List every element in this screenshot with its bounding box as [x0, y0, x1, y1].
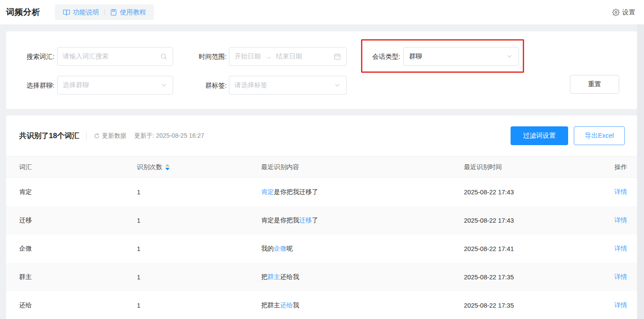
group-tag-select[interactable]: 请选择标签: [229, 76, 347, 95]
cell-word: 群主: [19, 273, 137, 281]
content-suffix: 还给我: [280, 273, 300, 281]
save-icon: [110, 9, 117, 16]
book-open-icon: [63, 9, 70, 16]
refresh-icon: [94, 133, 100, 139]
content-keyword: 企微: [274, 244, 286, 253]
cell-time: 2025-08-22 17:35: [464, 274, 597, 281]
cell-time: 2025-08-22 17:35: [464, 302, 597, 309]
export-excel-button[interactable]: 导出Excel: [574, 126, 625, 145]
chevron-down-icon: [334, 81, 341, 89]
content-keyword: 迁移: [299, 216, 312, 224]
cell-content: 把群主还给我: [261, 301, 464, 309]
cell-action: 详情: [597, 244, 627, 253]
cell-count: 1: [137, 302, 261, 309]
detail-link[interactable]: 详情: [614, 216, 627, 224]
cell-action: 详情: [597, 216, 627, 224]
summary-text: 共识别了18个词汇: [19, 131, 79, 141]
chevron-down-icon: [506, 53, 513, 60]
refresh-data-button[interactable]: 更新数据: [94, 132, 126, 140]
reset-button[interactable]: 重置: [570, 75, 619, 94]
table-row: 群主 1 把群主还给我 2025-08-22 17:35 详情: [6, 263, 638, 291]
cell-content: 肯定是你把我迁移了: [261, 188, 464, 196]
refresh-label: 更新数据: [102, 132, 126, 140]
content-prefix: 把: [261, 273, 268, 281]
filter-card: 搜索词汇: 请输入词汇搜索 时间范围: 开始日期 → 结束日期 会话类型: 群聊…: [6, 31, 638, 109]
column-header-count: 识别次数: [137, 163, 261, 171]
cell-count: 1: [137, 217, 261, 224]
table-row: 还给 1 把群主还给我 2025-08-22 17:35 详情: [6, 291, 638, 319]
cell-action: 详情: [597, 188, 627, 196]
group-tag-label: 群标签:: [140, 76, 227, 95]
gear-icon: [612, 9, 620, 16]
cell-count: 1: [137, 274, 261, 281]
content-prefix: 把群主: [261, 301, 280, 309]
sort-ascending-icon[interactable]: [165, 164, 170, 166]
column-header-content: 最近识别内容: [261, 163, 464, 171]
topbar: 词频分析 功能说明 使用教程 设置: [0, 0, 644, 24]
content-keyword: 肯定: [261, 188, 274, 196]
range-arrow-icon: →: [265, 53, 272, 60]
content-keyword: 还给: [280, 301, 293, 309]
cell-action: 详情: [597, 301, 627, 309]
time-range-label: 时间范围:: [140, 47, 227, 66]
tab-tutorial[interactable]: 使用教程: [105, 8, 151, 17]
cell-count: 1: [137, 189, 261, 196]
filter-words-settings-button[interactable]: 过滤词设置: [511, 126, 568, 145]
table-row: 迁移 1 肯定是你把我迁移了 2025-08-22 17:43 详情: [6, 206, 638, 234]
cell-action: 详情: [597, 273, 627, 281]
content-suffix: 我: [293, 301, 300, 309]
detail-link[interactable]: 详情: [614, 244, 627, 253]
content-suffix: 呢: [286, 244, 293, 253]
updated-label: 更新于:: [134, 132, 154, 139]
stats-bar: 共识别了18个词汇 更新数据 更新于:2025-08-25 16:27 过滤词设…: [6, 115, 638, 156]
cell-count: 1: [137, 245, 261, 252]
updated-time: 2025-08-25 16:27: [156, 132, 204, 139]
header-tabs: 功能说明 使用教程: [55, 4, 154, 20]
stats-divider: [86, 132, 87, 139]
settings-label: 设置: [622, 8, 635, 17]
content-keyword: 群主: [268, 273, 280, 281]
search-word-label: 搜索词汇:: [11, 47, 55, 66]
updated-at: 更新于:2025-08-25 16:27: [134, 132, 204, 140]
cell-content: 肯定是你把我迁移了: [261, 216, 464, 224]
cell-time: 2025-08-22 17:43: [464, 189, 597, 196]
session-type-value: 群聊: [409, 52, 506, 61]
column-header-action: 操作: [597, 163, 627, 171]
start-date-placeholder: 开始日期: [235, 52, 261, 61]
table-row: 企微 1 我的企微呢 2025-08-22 17:41 详情: [6, 234, 638, 263]
page-title: 词频分析: [6, 7, 40, 18]
column-header-time: 最近识别时间: [464, 163, 597, 171]
content-suffix: 是你把我迁移了: [274, 188, 318, 196]
page-scrollbar[interactable]: [637, 24, 644, 319]
sort-toggle[interactable]: [165, 164, 170, 170]
tab-label: 功能说明: [73, 8, 99, 17]
cell-content: 把群主还给我: [261, 273, 464, 281]
group-tag-placeholder: 请选择标签: [235, 81, 334, 89]
session-type-label: 会话类型:: [313, 47, 400, 66]
cell-time: 2025-08-22 17:43: [464, 217, 597, 224]
session-type-select[interactable]: 群聊: [403, 47, 519, 66]
stats-actions: 过滤词设置 导出Excel: [511, 126, 625, 145]
content-suffix: 了: [312, 216, 318, 224]
detail-link[interactable]: 详情: [614, 273, 627, 281]
group-select-label: 选择群聊:: [11, 76, 55, 95]
detail-link[interactable]: 详情: [614, 301, 627, 309]
settings-button[interactable]: 设置: [612, 8, 635, 17]
cell-word: 还给: [19, 301, 137, 309]
table-body: 肯定 1 肯定是你把我迁移了 2025-08-22 17:43 详情 迁移 1 …: [6, 178, 638, 319]
cell-word: 迁移: [19, 216, 137, 224]
sort-descending-icon[interactable]: [165, 168, 170, 170]
detail-link[interactable]: 详情: [614, 188, 627, 196]
cell-time: 2025-08-22 17:41: [464, 245, 597, 252]
content-prefix: 我的: [261, 244, 274, 253]
content-prefix: 肯定是你把我: [261, 216, 299, 224]
column-header-word: 词汇: [19, 163, 137, 171]
result-card: 共识别了18个词汇 更新数据 更新于:2025-08-25 16:27 过滤词设…: [6, 115, 638, 319]
table-row: 肯定 1 肯定是你把我迁移了 2025-08-22 17:43 详情: [6, 178, 638, 206]
cell-word: 企微: [19, 244, 137, 253]
tab-label: 使用教程: [120, 8, 146, 17]
cell-content: 我的企微呢: [261, 244, 464, 253]
table-header: 词汇 识别次数 最近识别内容 最近识别时间 操作: [6, 156, 638, 178]
tab-feature-docs[interactable]: 功能说明: [58, 8, 104, 17]
cell-word: 肯定: [19, 188, 137, 196]
